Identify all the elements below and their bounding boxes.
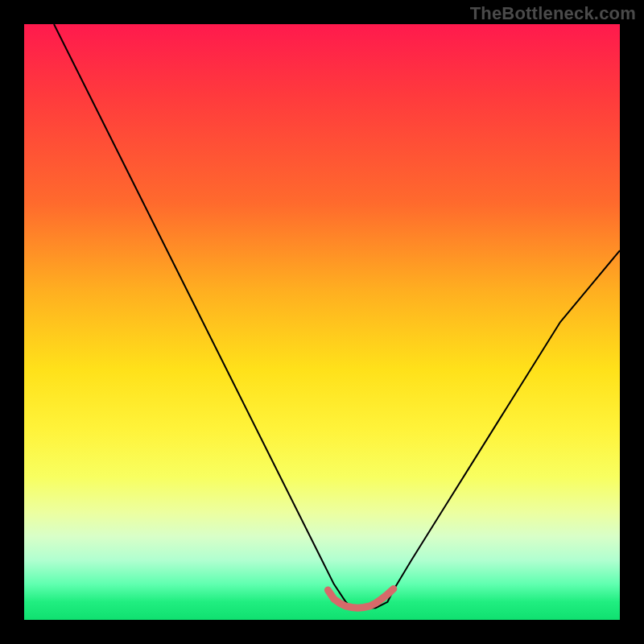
curve-svg [24, 24, 620, 620]
highlight-band-path [328, 589, 393, 609]
watermark-text: TheBottleneck.com [470, 3, 636, 24]
bottleneck-curve-path [54, 24, 620, 608]
chart-container: TheBottleneck.com [0, 0, 644, 644]
plot-area [24, 24, 620, 620]
